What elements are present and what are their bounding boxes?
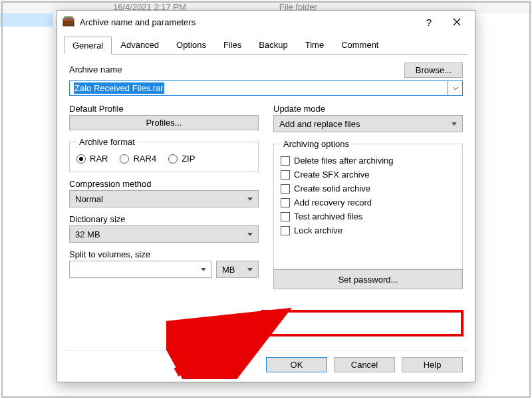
tab-general[interactable]: General <box>64 37 112 55</box>
check-recovery[interactable]: Add recovery record <box>281 198 456 207</box>
split-unit-combo[interactable]: MB <box>216 261 259 278</box>
update-mode-value: Add and replace files <box>279 119 360 129</box>
update-mode-label: Update mode <box>273 104 463 114</box>
svg-rect-3 <box>65 17 72 18</box>
svg-rect-4 <box>65 18 72 19</box>
dictionary-value: 32 MB <box>75 229 100 239</box>
dialog-title: Archive name and parameters <box>80 17 415 27</box>
winrar-icon <box>63 16 74 28</box>
archive-name-combo[interactable]: Zalo Received Files.rar <box>69 80 463 96</box>
archive-dialog: Archive name and parameters ? General Ad… <box>57 10 475 382</box>
profiles-button[interactable]: Profiles... <box>69 115 259 130</box>
tab-content: Archive name Browse... Zalo Received Fil… <box>57 55 475 346</box>
archive-name-input[interactable]: Zalo Received Files.rar <box>69 80 448 96</box>
dictionary-label: Dictionary size <box>69 214 259 224</box>
dialog-footer: OK Cancel Help <box>57 350 475 382</box>
set-password-button[interactable]: Set password... <box>273 269 463 289</box>
split-size-combo[interactable] <box>69 261 212 278</box>
compression-value: Normal <box>75 194 103 204</box>
tab-time[interactable]: Time <box>297 36 332 54</box>
cancel-button[interactable]: Cancel <box>334 357 395 372</box>
archiving-options-group: Archiving options Delete files after arc… <box>273 139 463 269</box>
tab-comment[interactable]: Comment <box>332 36 387 54</box>
radio-rar[interactable]: RAR <box>76 154 108 164</box>
radio-rar4[interactable]: RAR4 <box>120 154 156 164</box>
help-button-footer[interactable]: Help <box>402 357 463 372</box>
split-label: Split to volumes, size <box>69 249 259 259</box>
update-mode-combo[interactable]: Add and replace files <box>273 115 463 132</box>
archiving-options-legend: Archiving options <box>281 139 352 149</box>
tab-advanced[interactable]: Advanced <box>112 36 168 54</box>
default-profile-label: Default Profile <box>69 104 259 114</box>
chevron-down-icon <box>247 268 253 271</box>
tab-strip: General Advanced Options Files Backup Ti… <box>57 36 475 54</box>
dictionary-combo[interactable]: 32 MB <box>69 225 259 243</box>
close-button[interactable] <box>443 13 471 31</box>
close-icon <box>453 18 461 26</box>
check-sfx[interactable]: Create SFX archive <box>281 170 456 180</box>
chevron-down-icon <box>452 86 459 90</box>
archive-name-value: Zalo Received Files.rar <box>74 82 164 94</box>
archive-format-legend: Archive format <box>76 137 138 147</box>
chevron-down-icon <box>247 233 253 236</box>
tab-files[interactable]: Files <box>215 36 250 54</box>
archive-format-group: Archive format RAR RAR4 ZIP <box>69 137 259 172</box>
radio-zip[interactable]: ZIP <box>168 154 195 164</box>
explorer-selection <box>0 13 53 27</box>
chevron-down-icon <box>452 122 457 126</box>
chevron-down-icon <box>201 268 206 271</box>
help-button[interactable]: ? <box>415 13 443 31</box>
browse-button[interactable]: Browse... <box>404 63 463 78</box>
chevron-down-icon <box>247 198 253 201</box>
check-lock[interactable]: Lock archive <box>281 225 456 235</box>
archive-name-label: Archive name <box>69 65 122 74</box>
check-test[interactable]: Test archived files <box>281 211 456 221</box>
archive-name-dropdown[interactable] <box>448 80 463 96</box>
check-delete-after[interactable]: Delete files after archiving <box>281 156 456 166</box>
tab-options[interactable]: Options <box>168 36 215 54</box>
split-unit-value: MB <box>222 265 235 275</box>
titlebar: Archive name and parameters ? <box>57 11 475 33</box>
compression-label: Compression method <box>69 179 259 189</box>
ok-button[interactable]: OK <box>266 357 327 372</box>
check-solid[interactable]: Create solid archive <box>281 184 456 194</box>
compression-combo[interactable]: Normal <box>69 190 259 207</box>
tab-backup[interactable]: Backup <box>250 36 296 54</box>
